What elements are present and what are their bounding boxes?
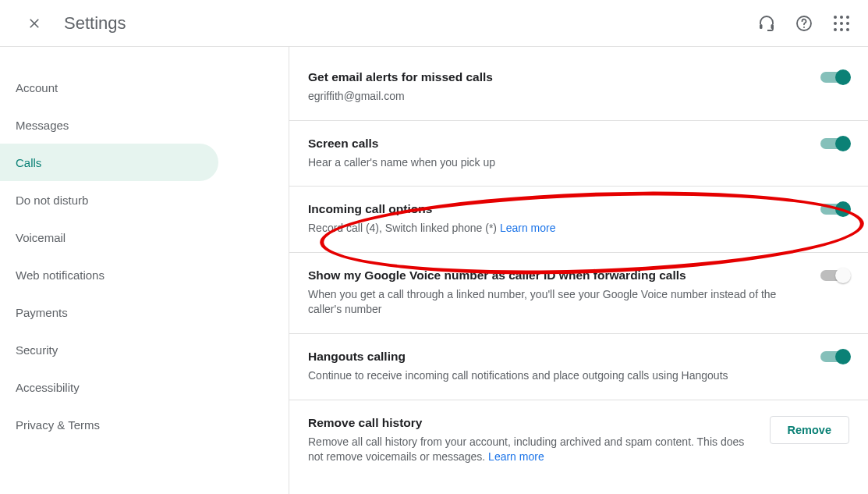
toggle-email-alerts[interactable] <box>820 72 849 83</box>
sidebar-item-payments[interactable]: Payments <box>0 293 218 331</box>
toggle-incoming-options[interactable] <box>820 204 849 215</box>
svg-point-5 <box>803 27 805 28</box>
sidebar-item-calls[interactable]: Calls <box>0 144 218 181</box>
settings-panel: Get email alerts for missed calls egriff… <box>289 47 868 494</box>
setting-desc: Continue to receive incoming call notifi… <box>308 368 802 384</box>
sidebar-item-dnd[interactable]: Do not disturb <box>0 181 218 219</box>
remove-button[interactable]: Remove <box>770 416 849 444</box>
setting-incoming-options: Incoming call options Record call (4), S… <box>289 187 868 253</box>
page-title: Settings <box>64 13 126 34</box>
setting-caller-id: Show my Google Voice number as caller ID… <box>289 253 868 334</box>
apps-icon <box>834 16 849 31</box>
setting-desc: Hear a caller's name when you pick up <box>308 155 802 171</box>
learn-more-link[interactable]: Learn more <box>500 222 556 234</box>
sidebar-item-messages[interactable]: Messages <box>0 106 218 144</box>
setting-remove-history: Remove call history Remove all call hist… <box>289 400 868 481</box>
headset-icon <box>757 14 776 33</box>
toggle-caller-id[interactable] <box>820 270 849 281</box>
setting-desc: Record call (4), Switch linked phone (*)… <box>308 221 802 236</box>
setting-desc: egriffith@gmail.com <box>308 89 802 105</box>
setting-title: Remove call history <box>308 416 751 430</box>
setting-title: Incoming call options <box>308 202 802 216</box>
toggle-screen-calls[interactable] <box>820 138 849 149</box>
setting-desc: Remove all call history from your accoun… <box>308 435 751 465</box>
sidebar-item-web-notifications[interactable]: Web notifications <box>0 256 218 293</box>
sidebar-item-voicemail[interactable]: Voicemail <box>0 219 218 256</box>
setting-title: Get email alerts for missed calls <box>308 70 802 84</box>
apps-button[interactable] <box>826 8 857 39</box>
setting-title: Hangouts calling <box>308 350 802 364</box>
sidebar: Account Messages Calls Do not disturb Vo… <box>0 47 289 494</box>
toggle-hangouts-calling[interactable] <box>820 351 849 362</box>
help-icon <box>795 14 813 33</box>
setting-hangouts-calling: Hangouts calling Continue to receive inc… <box>289 334 868 400</box>
sidebar-item-privacy-terms[interactable]: Privacy & Terms <box>0 406 218 443</box>
header-bar: Settings <box>0 0 868 47</box>
setting-screen-calls: Screen calls Hear a caller's name when y… <box>289 121 868 187</box>
close-button[interactable] <box>19 8 50 39</box>
learn-more-link[interactable]: Learn more <box>488 450 544 463</box>
close-icon <box>27 16 41 30</box>
sidebar-item-account[interactable]: Account <box>0 69 218 106</box>
support-button[interactable] <box>751 8 782 39</box>
setting-title: Screen calls <box>308 137 802 151</box>
help-button[interactable] <box>788 8 820 39</box>
desc-text: Record call (4), Switch linked phone (*) <box>308 222 500 234</box>
svg-rect-2 <box>760 24 763 29</box>
sidebar-item-security[interactable]: Security <box>0 331 218 368</box>
sidebar-item-accessibility[interactable]: Accessibility <box>0 368 218 406</box>
setting-title: Show my Google Voice number as caller ID… <box>308 268 802 283</box>
setting-email-alerts: Get email alerts for missed calls egriff… <box>289 47 868 121</box>
setting-desc: When you get a call through a linked num… <box>308 287 802 318</box>
